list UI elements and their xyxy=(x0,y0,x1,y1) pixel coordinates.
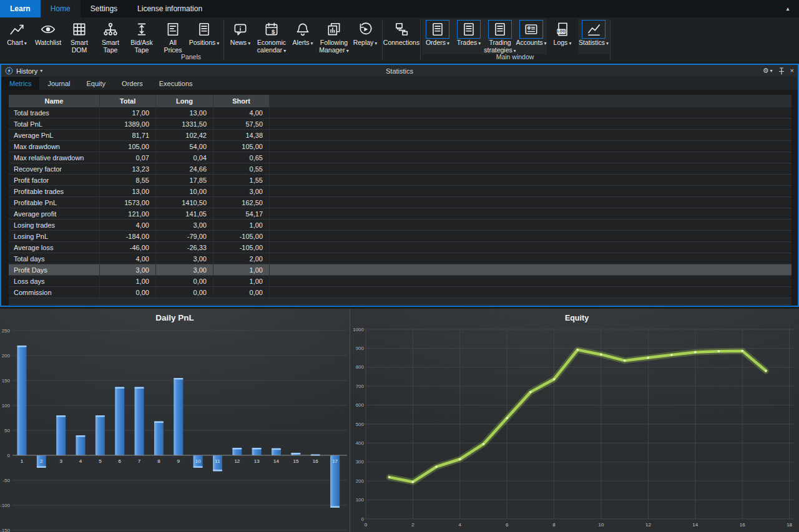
column-header-long[interactable]: Long xyxy=(156,95,213,107)
table-row[interactable]: Loss days1,000,001,00 xyxy=(9,276,792,287)
ribbon-button-trades[interactable]: Trades▾ xyxy=(453,19,484,54)
ribbon-button-watchlist[interactable]: Watchlist xyxy=(32,19,64,54)
metric-name: Commission xyxy=(9,287,100,297)
panel-tab-executions[interactable]: Executions xyxy=(151,77,201,90)
metric-short: 0,00 xyxy=(213,287,270,297)
svg-text:100: 100 xyxy=(356,497,365,503)
panel-tab-journal[interactable]: Journal xyxy=(39,77,78,90)
ribbon-button-smart-dom[interactable]: SmartDOM xyxy=(64,19,95,54)
panel-tab-metrics[interactable]: Metrics xyxy=(1,77,39,90)
ribbon-button-connections[interactable]: Connections xyxy=(383,19,419,47)
chevron-down-icon: ▾ xyxy=(447,41,449,46)
svg-text:-50: -50 xyxy=(2,478,10,483)
svg-text:LOG: LOG xyxy=(557,29,566,33)
ribbon-button-chart[interactable]: Chart▾ xyxy=(1,19,32,54)
panel-tab-orders[interactable]: Orders xyxy=(114,77,151,90)
metric-name: Recovery factor xyxy=(9,163,100,174)
settings-gear-button[interactable]: ⚙▾ xyxy=(763,67,773,74)
chevron-down-icon[interactable]: ▾ xyxy=(40,68,42,74)
svg-text:250: 250 xyxy=(2,328,11,334)
app-tab-settings[interactable]: Settings xyxy=(81,0,127,17)
frames-icon xyxy=(322,20,346,39)
ribbon-button-alerts[interactable]: Alerts▾ xyxy=(287,19,318,54)
ribbon-button-label: Tradingstrategies▾ xyxy=(484,39,516,54)
ribbon-button-trading-strategies[interactable]: Tradingstrategies▾ xyxy=(484,19,516,54)
table-row[interactable]: Commission0,000,000,00 xyxy=(9,287,792,298)
metric-total: 121,00 xyxy=(100,208,156,219)
table-row[interactable]: Profitable trades13,0010,003,00 xyxy=(9,186,792,197)
app-tab-learn[interactable]: Learn xyxy=(0,0,41,17)
table-row[interactable]: Profitable PnL1573,001410,50162,50 xyxy=(9,197,792,208)
svg-text:100: 100 xyxy=(2,403,11,409)
svg-text:600: 600 xyxy=(356,402,365,408)
metric-long: 3,00 xyxy=(156,220,213,230)
close-button[interactable]: × xyxy=(790,67,794,74)
metric-total: -184,00 xyxy=(100,231,156,241)
metric-name: Average profit xyxy=(9,208,100,219)
ribbon-button-smart-tape[interactable]: SmartTape xyxy=(95,19,126,54)
stats-icon xyxy=(582,20,605,39)
table-row[interactable]: Losing trades4,003,001,00 xyxy=(9,220,792,231)
table-row[interactable]: Average PnL81,71102,4214,38 xyxy=(9,130,792,141)
ribbon-button-label: Connections xyxy=(383,39,419,47)
column-header-total[interactable]: Total xyxy=(100,95,156,107)
metric-name: Total days xyxy=(9,253,100,264)
ribbon-button-label: Bid/AskTape xyxy=(130,39,153,54)
metrics-table: NameTotalLongShort Total trades17,0013,0… xyxy=(9,95,792,305)
panel-tab-bar: MetricsJournalEquityOrdersExecutions xyxy=(1,77,798,90)
ribbon-button-following-manager[interactable]: FollowingManager▾ xyxy=(318,19,350,54)
doc-list-icon xyxy=(488,20,512,39)
table-row[interactable]: Recovery factor13,2324,660,55 xyxy=(9,163,792,175)
app-tab-license-information[interactable]: License information xyxy=(127,0,212,17)
panel-tab-equity[interactable]: Equity xyxy=(79,77,114,90)
svg-text:14: 14 xyxy=(273,458,279,464)
panel-window-title[interactable]: History xyxy=(16,67,37,75)
ribbon-button-bid-ask-tape[interactable]: Bid/AskTape xyxy=(126,19,157,54)
metric-total: 3,00 xyxy=(100,264,156,275)
table-row[interactable]: Total trades17,0013,004,00 xyxy=(9,107,792,118)
app-tab-home[interactable]: Home xyxy=(41,0,81,17)
ribbon-group: Connections xyxy=(383,19,419,47)
svg-text:12: 12 xyxy=(645,522,651,528)
metric-long: 102,42 xyxy=(156,130,213,140)
column-header-short[interactable]: Short xyxy=(213,95,270,107)
table-row[interactable]: Total PnL1389,001331,5057,50 xyxy=(9,118,792,130)
metric-long: -79,00 xyxy=(156,231,213,241)
ribbon-button-orders[interactable]: Orders▾ xyxy=(422,19,453,54)
ribbon-button-accounts[interactable]: Accounts▾ xyxy=(516,19,547,54)
table-row[interactable]: Max drawdown105,0054,00105,00 xyxy=(9,141,792,152)
column-header-name[interactable]: Name xyxy=(9,95,100,107)
table-row[interactable]: Average profit121,00141,0554,17 xyxy=(9,208,792,220)
metric-short: 105,00 xyxy=(213,141,270,152)
table-row[interactable]: Total days4,003,002,00 xyxy=(9,253,792,264)
table-row[interactable]: Losing PnL-184,00-79,00-105,00 xyxy=(9,231,792,242)
calendar-icon: $ xyxy=(260,20,283,39)
table-row[interactable]: Max relative drawdown0,070,040,65 xyxy=(9,152,792,163)
ribbon-button-label: News▾ xyxy=(230,39,250,47)
svg-text:500: 500 xyxy=(356,422,365,427)
table-row[interactable]: Profit Days3,003,001,00 xyxy=(9,264,792,276)
table-row[interactable]: Average loss-46,00-26,33-105,00 xyxy=(9,242,792,253)
svg-text:7: 7 xyxy=(138,458,141,464)
metric-long: 0,00 xyxy=(156,287,213,297)
table-row[interactable]: Profit factor8,5517,851,55 xyxy=(9,175,792,186)
ribbon-button-news[interactable]: News▾ xyxy=(225,19,256,54)
ribbon-collapse-icon[interactable]: ▴ xyxy=(783,4,793,13)
ribbon-button-economic-calendar[interactable]: $Economiccalendar▾ xyxy=(256,19,287,54)
ribbon-button-label: Replay▾ xyxy=(353,39,378,47)
pin-button[interactable] xyxy=(778,67,785,75)
metric-short: 3,00 xyxy=(213,186,270,196)
ribbon-button-replay[interactable]: Replay▾ xyxy=(350,19,381,54)
ribbon-button-statistics[interactable]: Statistics▾ xyxy=(578,19,609,54)
svg-text:4: 4 xyxy=(459,522,462,528)
metric-total: 13,23 xyxy=(100,163,156,174)
ribbon-separator xyxy=(382,19,383,60)
ribbon-button-logs[interactable]: LOGLogs▾ xyxy=(547,19,578,54)
ribbon-button-all-prices[interactable]: AllPrices xyxy=(157,19,189,54)
ribbon-button-label: Accounts▾ xyxy=(516,39,546,47)
svg-text:200: 200 xyxy=(356,478,365,484)
svg-text:16: 16 xyxy=(740,522,745,528)
ribbon-button-positions[interactable]: Positions▾ xyxy=(189,19,220,54)
chevron-down-icon: ▾ xyxy=(248,41,250,46)
ribbon-group: Chart▾WatchlistSmartDOMSmartTapeBid/AskT… xyxy=(1,19,220,54)
